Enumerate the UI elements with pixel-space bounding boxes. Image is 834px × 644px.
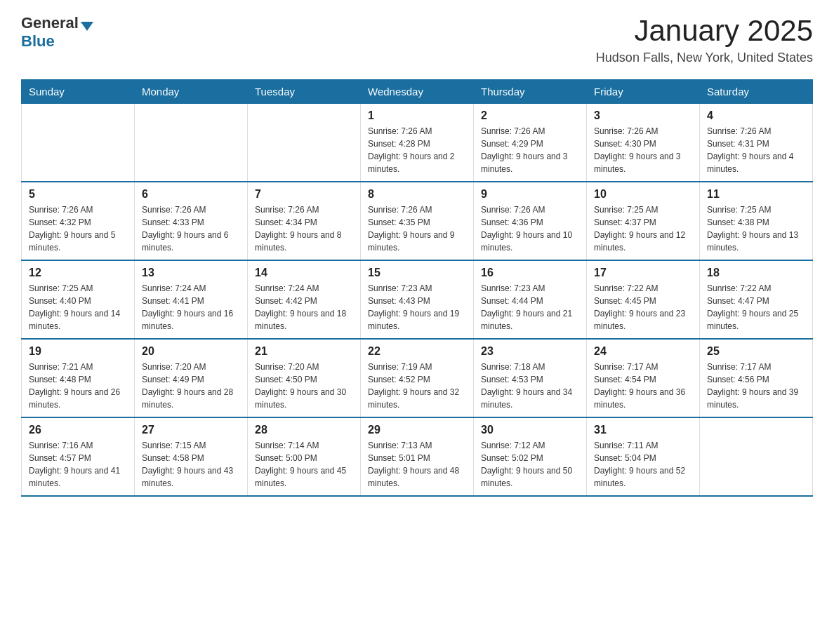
col-header-saturday: Saturday: [700, 80, 813, 104]
day-number: 25: [707, 345, 805, 358]
day-number: 13: [142, 267, 240, 279]
calendar-cell: 28Sunrise: 7:14 AMSunset: 5:00 PMDayligh…: [248, 417, 361, 496]
day-number: 2: [481, 109, 579, 122]
day-number: 30: [481, 424, 579, 436]
logo: General Blue: [21, 14, 93, 51]
calendar-cell: 17Sunrise: 7:22 AMSunset: 4:45 PMDayligh…: [587, 260, 700, 339]
day-number: 18: [707, 267, 805, 279]
calendar-cell: 5Sunrise: 7:26 AMSunset: 4:32 PMDaylight…: [22, 182, 135, 260]
day-number: 7: [255, 188, 353, 201]
calendar-cell: 29Sunrise: 7:13 AMSunset: 5:01 PMDayligh…: [361, 417, 474, 496]
calendar-subtitle: Hudson Falls, New York, United States: [596, 51, 813, 65]
calendar-table: SundayMondayTuesdayWednesdayThursdayFrid…: [21, 79, 813, 497]
col-header-thursday: Thursday: [474, 80, 587, 104]
calendar-cell: 13Sunrise: 7:24 AMSunset: 4:41 PMDayligh…: [135, 260, 248, 339]
calendar-week-row: 12Sunrise: 7:25 AMSunset: 4:40 PMDayligh…: [22, 260, 813, 339]
calendar-cell: 21Sunrise: 7:20 AMSunset: 4:50 PMDayligh…: [248, 339, 361, 417]
day-info: Sunrise: 7:13 AMSunset: 5:01 PMDaylight:…: [368, 439, 466, 490]
calendar-cell: 31Sunrise: 7:11 AMSunset: 5:04 PMDayligh…: [587, 417, 700, 496]
day-info: Sunrise: 7:19 AMSunset: 4:52 PMDaylight:…: [368, 361, 466, 411]
day-info: Sunrise: 7:25 AMSunset: 4:40 PMDaylight:…: [29, 282, 127, 333]
calendar-cell: 2Sunrise: 7:26 AMSunset: 4:29 PMDaylight…: [474, 104, 587, 182]
calendar-cell: 25Sunrise: 7:17 AMSunset: 4:56 PMDayligh…: [700, 339, 813, 417]
calendar-cell: [700, 417, 813, 496]
day-info: Sunrise: 7:26 AMSunset: 4:34 PMDaylight:…: [255, 203, 353, 254]
day-info: Sunrise: 7:26 AMSunset: 4:35 PMDaylight:…: [368, 203, 466, 254]
logo-blue-text: Blue: [21, 32, 55, 50]
calendar-cell: 8Sunrise: 7:26 AMSunset: 4:35 PMDaylight…: [361, 182, 474, 260]
day-number: 6: [142, 188, 240, 201]
day-number: 23: [481, 345, 579, 358]
day-number: 3: [594, 109, 692, 122]
logo-arrow-icon: [81, 22, 93, 31]
day-info: Sunrise: 7:17 AMSunset: 4:56 PMDaylight:…: [707, 361, 805, 411]
day-info: Sunrise: 7:14 AMSunset: 5:00 PMDaylight:…: [255, 439, 353, 490]
day-number: 16: [481, 267, 579, 279]
day-info: Sunrise: 7:16 AMSunset: 4:57 PMDaylight:…: [29, 439, 127, 490]
day-number: 8: [368, 188, 466, 201]
day-number: 5: [29, 188, 127, 201]
calendar-header-row: SundayMondayTuesdayWednesdayThursdayFrid…: [22, 80, 813, 104]
day-info: Sunrise: 7:25 AMSunset: 4:37 PMDaylight:…: [594, 203, 692, 254]
day-number: 28: [255, 424, 353, 436]
calendar-body: 1Sunrise: 7:26 AMSunset: 4:28 PMDaylight…: [22, 104, 813, 497]
day-number: 20: [142, 345, 240, 358]
day-info: Sunrise: 7:12 AMSunset: 5:02 PMDaylight:…: [481, 439, 579, 490]
calendar-cell: 6Sunrise: 7:26 AMSunset: 4:33 PMDaylight…: [135, 182, 248, 260]
day-number: 1: [368, 109, 466, 122]
calendar-cell: 4Sunrise: 7:26 AMSunset: 4:31 PMDaylight…: [700, 104, 813, 182]
day-number: 10: [594, 188, 692, 201]
day-number: 21: [255, 345, 353, 358]
day-number: 15: [368, 267, 466, 279]
calendar-cell: 7Sunrise: 7:26 AMSunset: 4:34 PMDaylight…: [248, 182, 361, 260]
calendar-cell: 22Sunrise: 7:19 AMSunset: 4:52 PMDayligh…: [361, 339, 474, 417]
day-info: Sunrise: 7:22 AMSunset: 4:47 PMDaylight:…: [707, 282, 805, 333]
day-number: 11: [707, 188, 805, 201]
day-info: Sunrise: 7:20 AMSunset: 4:49 PMDaylight:…: [142, 361, 240, 411]
day-info: Sunrise: 7:11 AMSunset: 5:04 PMDaylight:…: [594, 439, 692, 490]
day-number: 27: [142, 424, 240, 436]
day-number: 9: [481, 188, 579, 201]
logo-general-text: General: [21, 14, 79, 32]
calendar-cell: 11Sunrise: 7:25 AMSunset: 4:38 PMDayligh…: [700, 182, 813, 260]
day-info: Sunrise: 7:23 AMSunset: 4:43 PMDaylight:…: [368, 282, 466, 333]
calendar-cell: 10Sunrise: 7:25 AMSunset: 4:37 PMDayligh…: [587, 182, 700, 260]
title-section: January 2025 Hudson Falls, New York, Uni…: [596, 14, 813, 65]
day-number: 19: [29, 345, 127, 358]
calendar-cell: 30Sunrise: 7:12 AMSunset: 5:02 PMDayligh…: [474, 417, 587, 496]
calendar-cell: 27Sunrise: 7:15 AMSunset: 4:58 PMDayligh…: [135, 417, 248, 496]
day-number: 22: [368, 345, 466, 358]
day-number: 24: [594, 345, 692, 358]
day-info: Sunrise: 7:26 AMSunset: 4:28 PMDaylight:…: [368, 125, 466, 175]
day-number: 12: [29, 267, 127, 279]
calendar-title: January 2025: [596, 14, 813, 48]
calendar-cell: 19Sunrise: 7:21 AMSunset: 4:48 PMDayligh…: [22, 339, 135, 417]
calendar-cell: 23Sunrise: 7:18 AMSunset: 4:53 PMDayligh…: [474, 339, 587, 417]
calendar-week-row: 19Sunrise: 7:21 AMSunset: 4:48 PMDayligh…: [22, 339, 813, 417]
col-header-monday: Monday: [135, 80, 248, 104]
calendar-week-row: 5Sunrise: 7:26 AMSunset: 4:32 PMDaylight…: [22, 182, 813, 260]
day-info: Sunrise: 7:26 AMSunset: 4:33 PMDaylight:…: [142, 203, 240, 254]
day-info: Sunrise: 7:21 AMSunset: 4:48 PMDaylight:…: [29, 361, 127, 411]
col-header-tuesday: Tuesday: [248, 80, 361, 104]
day-info: Sunrise: 7:24 AMSunset: 4:42 PMDaylight:…: [255, 282, 353, 333]
day-number: 26: [29, 424, 127, 436]
day-info: Sunrise: 7:15 AMSunset: 4:58 PMDaylight:…: [142, 439, 240, 490]
calendar-week-row: 26Sunrise: 7:16 AMSunset: 4:57 PMDayligh…: [22, 417, 813, 496]
calendar-cell: [135, 104, 248, 182]
day-info: Sunrise: 7:26 AMSunset: 4:29 PMDaylight:…: [481, 125, 579, 175]
day-info: Sunrise: 7:26 AMSunset: 4:32 PMDaylight:…: [29, 203, 127, 254]
day-info: Sunrise: 7:26 AMSunset: 4:36 PMDaylight:…: [481, 203, 579, 254]
day-info: Sunrise: 7:26 AMSunset: 4:30 PMDaylight:…: [594, 125, 692, 175]
calendar-cell: 12Sunrise: 7:25 AMSunset: 4:40 PMDayligh…: [22, 260, 135, 339]
day-info: Sunrise: 7:18 AMSunset: 4:53 PMDaylight:…: [481, 361, 579, 411]
calendar-cell: [248, 104, 361, 182]
day-number: 17: [594, 267, 692, 279]
calendar-cell: 20Sunrise: 7:20 AMSunset: 4:49 PMDayligh…: [135, 339, 248, 417]
day-info: Sunrise: 7:20 AMSunset: 4:50 PMDaylight:…: [255, 361, 353, 411]
page-header: General Blue January 2025 Hudson Falls, …: [21, 14, 813, 65]
day-info: Sunrise: 7:25 AMSunset: 4:38 PMDaylight:…: [707, 203, 805, 254]
day-info: Sunrise: 7:23 AMSunset: 4:44 PMDaylight:…: [481, 282, 579, 333]
day-info: Sunrise: 7:24 AMSunset: 4:41 PMDaylight:…: [142, 282, 240, 333]
day-number: 29: [368, 424, 466, 436]
